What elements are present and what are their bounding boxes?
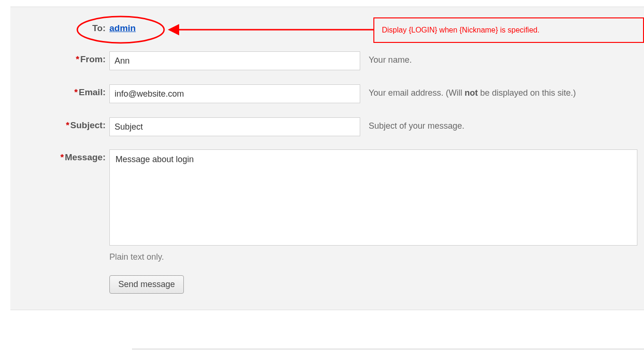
row-message: *Message: [10, 149, 644, 246]
required-mark-icon: * [66, 120, 69, 130]
row-subject: *Subject: Subject of your message. [10, 117, 644, 136]
label-to: To: [28, 23, 109, 33]
label-email: *Email: [28, 84, 109, 98]
from-input[interactable] [109, 51, 360, 70]
required-mark-icon: * [76, 54, 79, 64]
message-textarea[interactable] [109, 149, 637, 246]
send-message-button[interactable]: Send message [109, 275, 184, 294]
hint-from: Your name. [369, 51, 412, 65]
required-mark-icon: * [60, 152, 64, 162]
to-recipient-link[interactable]: admin [109, 23, 136, 33]
subject-input[interactable] [109, 117, 360, 136]
label-subject: *Subject: [28, 117, 109, 131]
hint-subject: Subject of your message. [369, 117, 464, 131]
message-form-panel: Display {LOGIN} when {Nickname} is speci… [10, 7, 644, 310]
hint-email: Your email address. (Will not be display… [369, 84, 576, 98]
submit-row: Send message [10, 275, 644, 294]
footer-divider [132, 349, 644, 349]
row-from: *From: Your name. [10, 51, 644, 70]
annotation-callout-text: Display {LOGIN} when {Nickname} is speci… [382, 26, 539, 34]
annotation-callout-box: Display {LOGIN} when {Nickname} is speci… [373, 17, 644, 43]
label-message: *Message: [28, 149, 109, 163]
email-input[interactable] [109, 84, 360, 103]
required-mark-icon: * [74, 87, 78, 97]
row-email: *Email: Your email address. (Will not be… [10, 84, 644, 103]
label-from: *From: [28, 51, 109, 65]
message-note: Plain text only. [10, 252, 644, 262]
